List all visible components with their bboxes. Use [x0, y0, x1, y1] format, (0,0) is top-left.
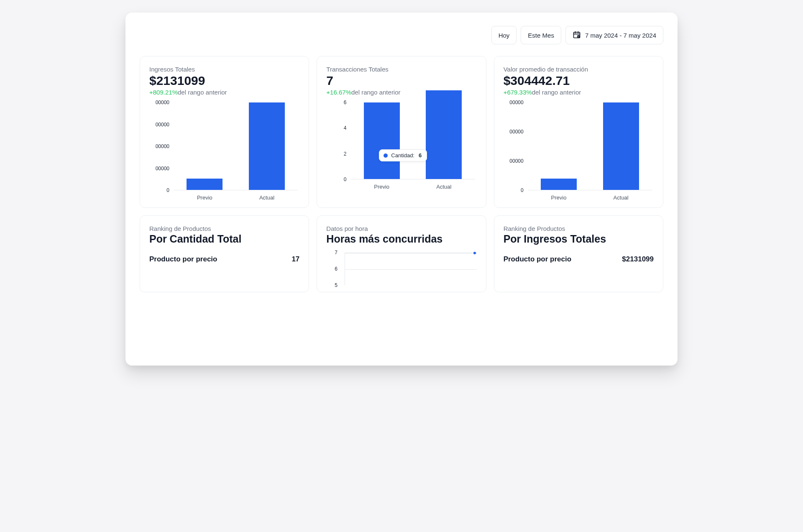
- rank-row-value: 17: [292, 255, 299, 263]
- card-ranking-cantidad: Ranking de Productos Por Cantidad Total …: [140, 215, 309, 292]
- card-ranking-ingresos: Ranking de Productos Por Ingresos Totale…: [494, 215, 663, 292]
- bar-chart-transacciones: 6 4 2 0 Cantidad: 6 Previo: [326, 102, 476, 190]
- calendar-icon: [573, 31, 581, 40]
- delta-suffix: del rango anterior: [351, 89, 401, 96]
- delta-suffix: del rango anterior: [532, 89, 581, 96]
- x-label-previo: Previo: [528, 194, 590, 201]
- bar-previo[interactable]: [187, 179, 222, 190]
- rank-row: Producto por precio $2131099: [504, 255, 654, 263]
- x-label-previo: Previo: [350, 184, 413, 190]
- card-delta: +809.21%del rango anterior: [149, 89, 299, 96]
- x-label-actual: Actual: [590, 194, 652, 201]
- line-chart-horas: 7 6 5: [345, 253, 476, 285]
- y-tick: 00000: [509, 158, 523, 164]
- x-label-actual: Actual: [413, 184, 475, 190]
- tooltip-dot-icon: [384, 153, 388, 158]
- date-range-label: 7 may 2024 - 7 may 2024: [585, 32, 656, 38]
- y-tick: 0: [521, 187, 524, 193]
- x-label-actual: Actual: [236, 194, 298, 201]
- card-delta: +679.33%del rango anterior: [504, 89, 654, 96]
- y-tick: 00000: [156, 166, 169, 171]
- card-value: 7: [326, 74, 476, 88]
- line-point[interactable]: [473, 252, 476, 254]
- today-button-label: Hoy: [499, 32, 510, 38]
- rank-row-label: Producto por precio: [149, 255, 217, 263]
- bar-actual[interactable]: [249, 102, 285, 190]
- y-tick: 00000: [156, 143, 169, 149]
- plot-area: [350, 102, 475, 179]
- cards-grid: Ingresos Totales $2131099 +809.21%del ra…: [140, 56, 663, 292]
- card-transacciones-totales: Transacciones Totales 7 +16.67%del rango…: [317, 56, 486, 208]
- today-button[interactable]: Hoy: [491, 26, 517, 44]
- bar-actual[interactable]: [426, 90, 462, 179]
- bar-chart-promedio: 00000 00000 00000 0 Previo Actual: [504, 102, 654, 201]
- card-subtitle: Valor promedio de transacción: [504, 66, 654, 73]
- delta-percent: +809.21%: [149, 89, 178, 96]
- card-subtitle: Transacciones Totales: [326, 66, 476, 73]
- date-range-button[interactable]: 7 may 2024 - 7 may 2024: [565, 26, 663, 44]
- bar-previo[interactable]: [364, 102, 400, 179]
- header-controls: Hoy Este Mes 7 may 2024 - 7 may 2024: [140, 26, 663, 44]
- card-value: $304442.71: [504, 74, 654, 88]
- tooltip-label: Cantidad:: [391, 152, 414, 159]
- y-tick: 00000: [156, 122, 169, 128]
- tooltip-value: 6: [419, 152, 422, 159]
- y-tick: 7: [335, 250, 338, 256]
- card-ingresos-totales: Ingresos Totales $2131099 +809.21%del ra…: [140, 56, 309, 208]
- x-label-previo: Previo: [174, 194, 236, 201]
- this-month-button-label: Este Mes: [528, 32, 554, 38]
- card-valor-promedio: Valor promedio de transacción $304442.71…: [494, 56, 663, 208]
- y-tick: 0: [344, 176, 347, 182]
- y-tick: 00000: [156, 100, 169, 105]
- line-plot-area: [345, 253, 476, 285]
- delta-percent: +16.67%: [326, 89, 351, 96]
- delta-suffix: del rango anterior: [178, 89, 227, 96]
- chart-tooltip: Cantidad: 6: [379, 149, 427, 161]
- plot-area: [174, 102, 298, 190]
- this-month-button[interactable]: Este Mes: [521, 26, 561, 44]
- y-tick: 4: [344, 125, 347, 131]
- card-value: $2131099: [149, 74, 299, 88]
- delta-percent: +679.33%: [504, 89, 532, 96]
- card-subtitle: Ingresos Totales: [149, 66, 299, 73]
- bar-chart-ingresos: 00000 00000 00000 00000 0 Previo Actual: [149, 102, 299, 201]
- card-title: Horas más concurridas: [326, 233, 476, 245]
- rank-row-value: $2131099: [622, 255, 654, 263]
- card-title: Por Cantidad Total: [149, 233, 299, 245]
- y-tick: 5: [335, 282, 338, 288]
- rank-row: Producto por precio 17: [149, 255, 299, 263]
- y-tick: 00000: [509, 100, 523, 105]
- card-subtitle: Ranking de Productos: [504, 225, 654, 232]
- y-tick: 2: [344, 151, 347, 157]
- card-subtitle: Ranking de Productos: [149, 225, 299, 232]
- plot-area: [528, 102, 652, 190]
- card-title: Por Ingresos Totales: [504, 233, 654, 245]
- y-tick: 6: [344, 100, 347, 105]
- y-tick: 0: [166, 187, 169, 193]
- card-horas-concurridas: Datos por hora Horas más concurridas 7 6…: [317, 215, 486, 292]
- y-tick: 00000: [509, 129, 523, 135]
- rank-row-label: Producto por precio: [504, 255, 571, 263]
- bar-actual[interactable]: [603, 102, 639, 190]
- bar-previo[interactable]: [541, 179, 577, 190]
- y-tick: 6: [335, 266, 338, 272]
- dashboard-page: Hoy Este Mes 7 may 2024 - 7 may 2024 Ing…: [125, 13, 678, 366]
- card-subtitle: Datos por hora: [326, 225, 476, 232]
